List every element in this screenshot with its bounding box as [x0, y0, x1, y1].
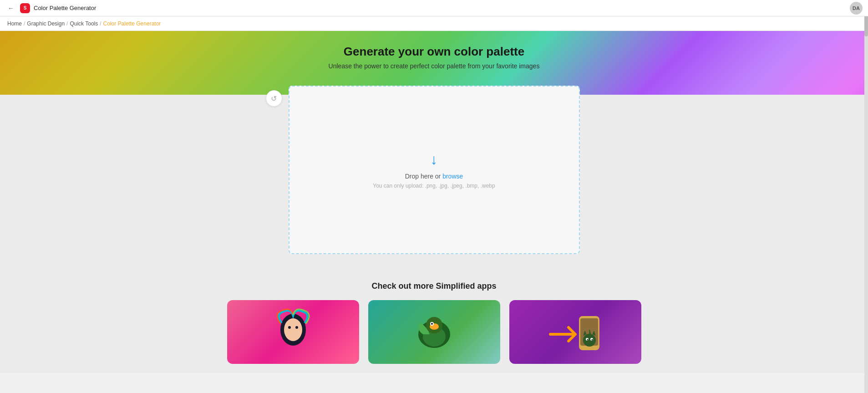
upload-container: ↺ ↓ Drop here or browse You can only upl… [289, 86, 580, 254]
upload-dropzone[interactable]: ↓ Drop here or browse You can only uploa… [289, 86, 580, 254]
card-illustration-purple [543, 305, 607, 359]
card-illustration-pink [266, 305, 320, 359]
apps-grid [0, 300, 868, 364]
breadcrumb-home[interactable]: Home [7, 20, 22, 27]
svg-point-9 [431, 323, 433, 325]
hero-upload-wrapper: ↺ ↓ Drop here or browse You can only upl… [0, 95, 868, 268]
hero-title: Generate your own color palette [0, 45, 868, 59]
svg-point-16 [591, 339, 593, 341]
app-logo: S [20, 3, 30, 13]
back-button[interactable]: ← [5, 3, 16, 14]
avatar[interactable]: DA [850, 2, 863, 15]
refresh-icon: ↺ [271, 94, 277, 103]
app-card-pink[interactable] [227, 300, 359, 364]
svg-point-2 [288, 326, 291, 329]
breadcrumb-graphic-design[interactable]: Graphic Design [27, 20, 65, 27]
topbar: ← S Color Palette Generator DA [0, 0, 868, 16]
browse-link[interactable]: browse [442, 173, 463, 180]
hero-subtitle: Unlease the power to create perfect colo… [0, 62, 868, 70]
more-apps-title: Check out more Simplified apps [0, 281, 868, 291]
logo-text: S [24, 5, 27, 10]
svg-point-15 [587, 339, 588, 341]
card-content-purple [509, 300, 641, 364]
svg-point-12 [583, 334, 596, 347]
app-title: Color Palette Generator [34, 5, 96, 11]
breadcrumb-sep-3: / [100, 20, 101, 27]
card-content-green [368, 300, 500, 364]
refresh-button[interactable]: ↺ [266, 90, 282, 107]
back-icon: ← [8, 5, 14, 12]
upload-arrow-icon: ↓ [431, 151, 438, 168]
breadcrumb-current: Color Palette Generator [103, 20, 161, 27]
drop-label: Drop here or [405, 173, 442, 180]
app-card-purple[interactable] [509, 300, 641, 364]
app-card-green[interactable] [368, 300, 500, 364]
topbar-left: ← S Color Palette Generator [5, 3, 96, 14]
upload-formats: You can only upload: .png, .jpg, .jpeg, … [373, 183, 495, 189]
breadcrumb-sep-2: / [66, 20, 68, 27]
card-illustration-green [407, 307, 462, 357]
breadcrumb-quick-tools[interactable]: Quick Tools [70, 20, 98, 27]
breadcrumb: Home / Graphic Design / Quick Tools / Co… [0, 16, 868, 31]
svg-point-1 [284, 318, 302, 341]
upload-drop-text: Drop here or browse [405, 173, 463, 180]
topbar-right: DA [850, 2, 863, 15]
more-apps-section: Check out more Simplified apps [0, 268, 868, 373]
card-content-pink [227, 300, 359, 364]
hero-content: Generate your own color palette Unlease … [0, 31, 868, 70]
breadcrumb-sep-1: / [24, 20, 25, 27]
avatar-initials: DA [853, 5, 860, 11]
svg-point-3 [295, 326, 298, 329]
